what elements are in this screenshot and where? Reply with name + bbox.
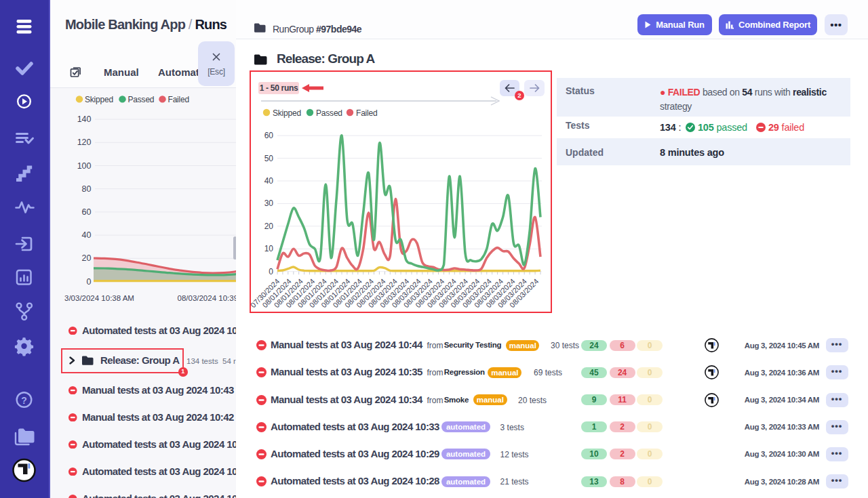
svg-text:?: ? [21,395,27,406]
svg-text:100: 100 [77,161,92,171]
svg-text:Passed: Passed [316,108,342,118]
svg-text:3/03/2024 10:38 AM: 3/03/2024 10:38 AM [64,294,134,302]
svg-text:50: 50 [264,154,274,163]
svg-text:Failed: Failed [168,95,189,104]
svg-text:120: 120 [77,138,92,147]
svg-text:140: 140 [77,115,92,124]
svg-text:08/03/2024 10:39:59: 08/03/2024 10:39:59 [178,294,237,302]
svg-text:0: 0 [269,267,273,276]
svg-text:40: 40 [264,176,274,186]
svg-text:60: 60 [264,131,274,140]
svg-text:Failed: Failed [356,108,377,118]
svg-text:20: 20 [264,222,274,231]
svg-text:Skipped: Skipped [273,108,301,118]
svg-text:40: 40 [82,230,92,240]
svg-text:20: 20 [82,253,92,263]
svg-text:10: 10 [264,244,274,253]
svg-text:Skipped: Skipped [85,95,113,104]
svg-text:30: 30 [264,199,274,208]
svg-text:Passed: Passed [128,95,155,104]
svg-text:0: 0 [87,277,92,287]
svg-text:80: 80 [82,184,92,194]
svg-text:60: 60 [82,207,92,217]
